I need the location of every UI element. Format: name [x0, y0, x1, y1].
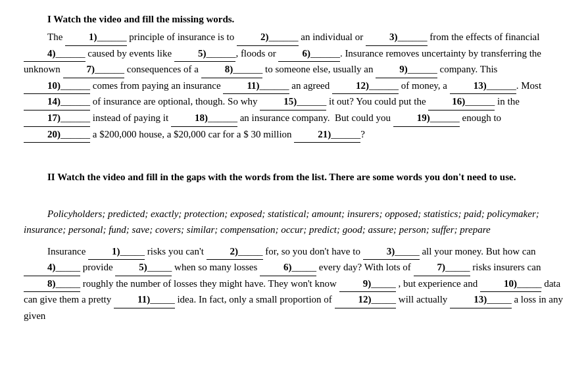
- blank-20: 20)______: [24, 127, 90, 143]
- blank-5: 5)______: [174, 46, 236, 62]
- s2-blank-8: 8)_____: [24, 276, 80, 293]
- blank-8: 8)______: [201, 62, 263, 78]
- blank-14: 14)______: [24, 94, 90, 110]
- section1-title: I Watch the video and fill the missing w…: [24, 12, 564, 27]
- s2-blank-12: 12)_____: [335, 292, 397, 308]
- blank-7: 7)______: [63, 62, 125, 78]
- blank-4: 4)______: [24, 46, 86, 62]
- section2-title: II Watch the video and fill in the gaps …: [24, 170, 564, 185]
- s2-blank-10: 10)_____: [480, 276, 542, 293]
- s2-blank-7: 7)_____: [414, 260, 470, 276]
- s2-blank-9: 9)_____: [339, 276, 396, 293]
- s2-blank-5: 5)_____: [115, 260, 172, 276]
- blank-1: 1)______: [65, 30, 127, 46]
- blank-16: 16)______: [428, 94, 495, 110]
- s2-blank-11: 11)_____: [114, 292, 175, 308]
- blank-10: 10)______: [24, 78, 90, 95]
- blank-3: 3)______: [366, 30, 428, 46]
- section1-body: The 1)______ principle of insurance is t…: [24, 30, 564, 143]
- blank-12: 12)______: [332, 78, 399, 95]
- s2-blank-13: 13)_____: [450, 292, 512, 308]
- blank-17: 17)______: [24, 110, 90, 127]
- blank-6: 6)______: [278, 46, 340, 62]
- blank-15: 15)______: [260, 94, 326, 110]
- s2-blank-3: 3)_____: [363, 244, 420, 260]
- blank-9: 9)______: [376, 62, 437, 78]
- blank-19: 19)______: [393, 110, 460, 127]
- section2-body: Insurance 1)_____ risks you can't 2)____…: [24, 244, 564, 324]
- s2-blank-4: 4)_____: [24, 260, 80, 276]
- blank-11: 11)______: [223, 78, 289, 95]
- blank-13: 13)______: [450, 78, 516, 95]
- blank-21: 21)______: [294, 127, 360, 143]
- blank-18: 18)______: [171, 110, 237, 127]
- s2-blank-1: 1)_____: [88, 244, 145, 260]
- blank-2: 2)______: [237, 30, 299, 46]
- word-list: Policyholders; predicted; exactly; prote…: [24, 206, 564, 237]
- s2-blank-6: 6)_____: [260, 260, 316, 276]
- s2-blank-2: 2)_____: [207, 244, 263, 260]
